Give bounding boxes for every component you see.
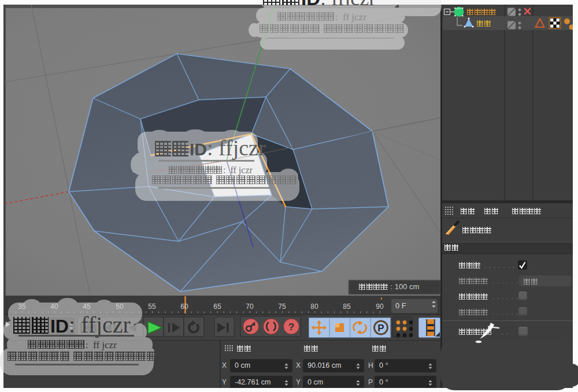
svg-text:?: ? [288,322,294,333]
svg-text:65: 65 [213,303,221,311]
svg-text:55: 55 [148,303,156,311]
svg-text:0 F: 0 F [395,301,406,310]
svg-text:60: 60 [180,303,188,311]
svg-text:70: 70 [246,303,254,311]
svg-text:90: 90 [376,303,384,311]
svg-text:80: 80 [310,303,318,311]
svg-text:P: P [377,323,384,334]
svg-text:85: 85 [343,303,351,311]
svg-text:75: 75 [278,303,286,311]
